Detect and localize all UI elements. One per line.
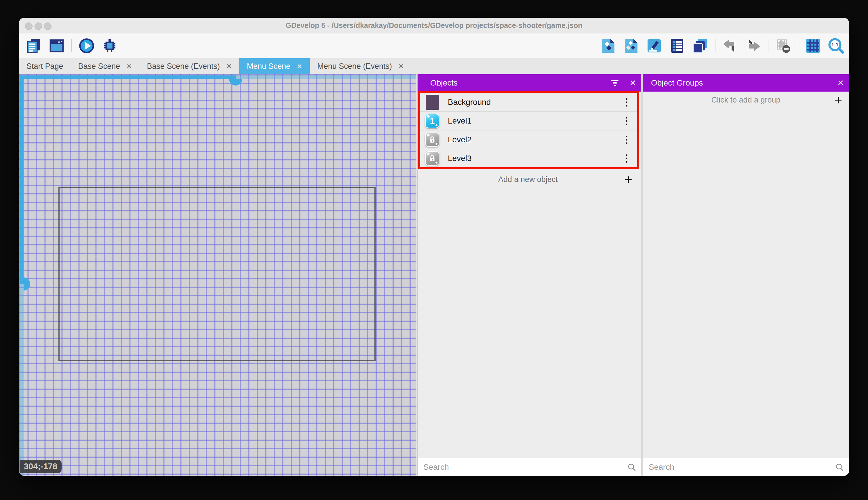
plus-icon[interactable]: + bbox=[624, 172, 632, 187]
tab-label: Menu Scene (Events) bbox=[317, 62, 392, 71]
groups-search-bar bbox=[643, 458, 849, 476]
toolbar-divider bbox=[715, 39, 715, 53]
search-icon bbox=[835, 463, 844, 471]
object-name: Level2 bbox=[448, 135, 622, 144]
tab-bar: Start Page Base Scene ✕ Base Scene (Even… bbox=[19, 58, 849, 74]
add-group-label: Click to add a group bbox=[643, 95, 834, 104]
open-layers-icon[interactable] bbox=[692, 37, 708, 54]
filter-icon[interactable] bbox=[611, 80, 619, 86]
object-row-level1[interactable]: 1 Level1 ⋮ bbox=[420, 112, 637, 130]
title-bar: GDevelop 5 - /Users/dkarakay/Documents/G… bbox=[19, 18, 849, 33]
object-groups-panel-header: Object Groups ✕ bbox=[643, 74, 849, 92]
kebab-menu-icon[interactable]: ⋮ bbox=[622, 154, 631, 162]
scene-canvas[interactable]: 304;-178 bbox=[19, 74, 417, 476]
redo-icon[interactable] bbox=[745, 37, 762, 54]
toolbar: 1:1 bbox=[19, 33, 849, 58]
objects-search-bar bbox=[418, 458, 641, 476]
background-thumbnail bbox=[425, 94, 440, 110]
zoom-one-to-one-icon[interactable]: 1:1 bbox=[828, 37, 844, 54]
undo-icon[interactable] bbox=[722, 37, 739, 54]
open-properties-icon[interactable] bbox=[646, 37, 662, 54]
tab-base-scene[interactable]: Base Scene ✕ bbox=[71, 58, 140, 74]
gdevelop-window: GDevelop 5 - /Users/dkarakay/Documents/G… bbox=[19, 18, 849, 476]
project-manager-icon[interactable] bbox=[25, 37, 42, 54]
cursor-coordinates-badge: 304;-178 bbox=[20, 460, 62, 473]
objects-panel-header: Objects ✕ bbox=[418, 74, 641, 92]
window-title: GDevelop 5 - /Users/dkarakay/Documents/G… bbox=[19, 18, 849, 33]
open-object-groups-icon[interactable] bbox=[623, 37, 640, 54]
objects-panel-title: Objects bbox=[430, 78, 611, 88]
object-name: Level3 bbox=[448, 154, 622, 163]
selection-left-edge bbox=[20, 76, 24, 284]
close-icon[interactable]: ✕ bbox=[837, 78, 844, 88]
kebab-menu-icon[interactable]: ⋮ bbox=[622, 117, 631, 125]
selection-top-edge bbox=[20, 76, 236, 79]
tab-start-page[interactable]: Start Page bbox=[19, 58, 71, 74]
scene-window-icon[interactable] bbox=[48, 37, 65, 54]
game-window-frame bbox=[58, 186, 376, 361]
plus-icon[interactable]: + bbox=[834, 92, 842, 108]
toolbar-right-group: 1:1 bbox=[600, 33, 844, 58]
locked-thumbnail bbox=[425, 150, 440, 167]
tab-menu-scene[interactable]: Menu Scene ✕ bbox=[239, 58, 310, 74]
selection-rotate-handle[interactable] bbox=[229, 79, 242, 86]
toolbar-left-group bbox=[25, 33, 118, 58]
content-area: 304;-178 Objects ✕ Background ⋮ 1 Level bbox=[19, 74, 849, 476]
add-new-object-button[interactable]: Add a new object + bbox=[418, 171, 639, 188]
tab-close-icon[interactable]: ✕ bbox=[126, 62, 132, 70]
kebab-menu-icon[interactable]: ⋮ bbox=[622, 135, 631, 144]
add-new-object-label: Add a new object bbox=[418, 175, 624, 184]
object-groups-panel-title: Object Groups bbox=[651, 78, 837, 88]
selection-resize-handle[interactable] bbox=[24, 277, 30, 291]
tab-close-icon[interactable]: ✕ bbox=[297, 62, 302, 70]
object-row-level2[interactable]: Level2 ⋮ bbox=[420, 130, 637, 149]
open-instances-list-icon[interactable] bbox=[669, 37, 685, 54]
tab-close-icon[interactable]: ✕ bbox=[398, 62, 404, 70]
tab-label: Base Scene (Events) bbox=[147, 62, 220, 71]
object-row-background[interactable]: Background ⋮ bbox=[420, 93, 637, 112]
tab-label: Base Scene bbox=[78, 62, 120, 71]
locked-thumbnail bbox=[425, 132, 440, 148]
search-icon bbox=[627, 463, 636, 471]
kebab-menu-icon[interactable]: ⋮ bbox=[622, 98, 631, 106]
svg-text:1:1: 1:1 bbox=[831, 42, 838, 47]
tab-menu-scene-events[interactable]: Menu Scene (Events) ✕ bbox=[310, 58, 411, 74]
selection-top-edge-faded bbox=[236, 76, 417, 79]
object-row-level3[interactable]: Level3 ⋮ bbox=[420, 149, 637, 167]
level1-thumbnail: 1 bbox=[425, 113, 440, 129]
toolbar-divider bbox=[798, 39, 798, 53]
toggle-grid-icon[interactable] bbox=[805, 37, 821, 54]
groups-search-input[interactable] bbox=[643, 463, 833, 472]
tab-base-scene-events[interactable]: Base Scene (Events) ✕ bbox=[139, 58, 239, 74]
selection-left-edge-faded bbox=[20, 284, 24, 476]
objects-list-highlight: Background ⋮ 1 Level1 ⋮ Level2 ⋮ Level3 … bbox=[418, 91, 639, 169]
tab-close-icon[interactable]: ✕ bbox=[226, 62, 232, 70]
debug-icon[interactable] bbox=[101, 37, 118, 54]
toolbar-divider bbox=[71, 39, 72, 53]
objects-panel: Objects ✕ Background ⋮ 1 Level1 ⋮ bbox=[417, 74, 641, 476]
clear-instances-icon[interactable] bbox=[775, 37, 791, 54]
open-objects-list-icon[interactable] bbox=[600, 37, 617, 54]
object-name: Level1 bbox=[448, 116, 622, 126]
toolbar-divider bbox=[768, 39, 769, 53]
add-group-button[interactable]: Click to add a group + bbox=[643, 92, 849, 108]
tab-label: Start Page bbox=[26, 62, 63, 71]
close-icon[interactable]: ✕ bbox=[630, 78, 636, 88]
tab-label: Menu Scene bbox=[247, 62, 290, 71]
object-groups-panel: Object Groups ✕ Click to add a group + bbox=[643, 74, 849, 476]
objects-search-input[interactable] bbox=[418, 463, 625, 472]
object-name: Background bbox=[448, 98, 622, 107]
play-preview-icon[interactable] bbox=[78, 37, 95, 54]
